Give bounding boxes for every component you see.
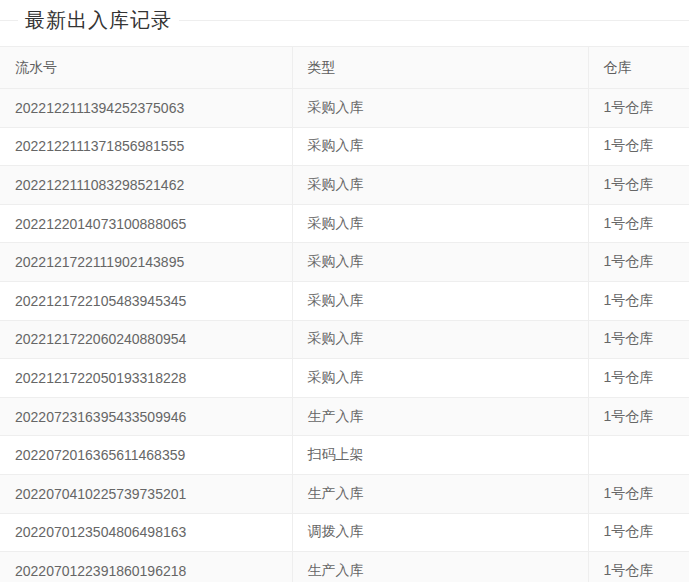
table-row: 2022070123504806498163调拨入库1号仓库 (0, 513, 689, 552)
cell-type: 采购入库 (292, 127, 588, 166)
table-row: 2022070410225739735201生产入库1号仓库 (0, 474, 689, 513)
cell-warehouse: 1号仓库 (588, 397, 689, 436)
cell-type: 采购入库 (292, 204, 588, 243)
cell-warehouse (588, 436, 689, 475)
table-row: 2022121722050193318228采购入库1号仓库 (0, 359, 689, 398)
panel-title-fieldset: 最新出入库记录 (0, 0, 689, 46)
cell-warehouse: 1号仓库 (588, 513, 689, 552)
cell-serial: 2022072316395433509946 (0, 397, 292, 436)
table-row: 2022122111371856981555采购入库1号仓库 (0, 127, 689, 166)
cell-serial: 2022070122391860196218 (0, 552, 292, 582)
cell-warehouse: 1号仓库 (588, 204, 689, 243)
cell-serial: 2022121722050193318228 (0, 359, 292, 398)
cell-type: 采购入库 (292, 243, 588, 282)
cell-serial: 2022070410225739735201 (0, 474, 292, 513)
cell-warehouse: 1号仓库 (588, 552, 689, 582)
cell-type: 生产入库 (292, 397, 588, 436)
cell-type: 采购入库 (292, 320, 588, 359)
table-row: 2022070122391860196218生产入库1号仓库 (0, 552, 689, 582)
cell-type: 生产入库 (292, 474, 588, 513)
cell-serial: 2022122111394252375063 (0, 89, 292, 128)
cell-serial: 2022121722060240880954 (0, 320, 292, 359)
cell-serial: 2022121722105483945345 (0, 281, 292, 320)
cell-warehouse: 1号仓库 (588, 474, 689, 513)
cell-warehouse: 1号仓库 (588, 166, 689, 205)
cell-type: 采购入库 (292, 281, 588, 320)
table-row: 2022072016365611468359扫码上架 (0, 436, 689, 475)
cell-serial: 2022070123504806498163 (0, 513, 292, 552)
column-header-warehouse: 仓库 (588, 47, 689, 89)
cell-warehouse: 1号仓库 (588, 320, 689, 359)
records-table: 流水号 类型 仓库 2022122111394252375063采购入库1号仓库… (0, 46, 689, 582)
cell-serial: 2022122111371856981555 (0, 127, 292, 166)
table-row: 2022121722060240880954采购入库1号仓库 (0, 320, 689, 359)
table-row: 2022122014073100888065采购入库1号仓库 (0, 204, 689, 243)
cell-type: 采购入库 (292, 359, 588, 398)
cell-warehouse: 1号仓库 (588, 89, 689, 128)
cell-serial: 2022122111083298521462 (0, 166, 292, 205)
cell-type: 调拨入库 (292, 513, 588, 552)
cell-serial: 2022121722111902143895 (0, 243, 292, 282)
cell-warehouse: 1号仓库 (588, 243, 689, 282)
table-row: 2022121722111902143895采购入库1号仓库 (0, 243, 689, 282)
page-title: 最新出入库记录 (18, 7, 179, 33)
cell-warehouse: 1号仓库 (588, 281, 689, 320)
cell-type: 扫码上架 (292, 436, 588, 475)
column-header-type: 类型 (292, 47, 588, 89)
table-row: 2022072316395433509946生产入库1号仓库 (0, 397, 689, 436)
cell-warehouse: 1号仓库 (588, 359, 689, 398)
cell-type: 采购入库 (292, 166, 588, 205)
column-header-serial: 流水号 (0, 47, 292, 89)
table-row: 2022122111394252375063采购入库1号仓库 (0, 89, 689, 128)
cell-serial: 2022122014073100888065 (0, 204, 292, 243)
cell-type: 生产入库 (292, 552, 588, 582)
table-row: 2022122111083298521462采购入库1号仓库 (0, 166, 689, 205)
cell-serial: 2022072016365611468359 (0, 436, 292, 475)
table-row: 2022121722105483945345采购入库1号仓库 (0, 281, 689, 320)
cell-type: 采购入库 (292, 89, 588, 128)
cell-warehouse: 1号仓库 (588, 127, 689, 166)
table-body: 2022122111394252375063采购入库1号仓库2022122111… (0, 89, 689, 582)
table-header-row: 流水号 类型 仓库 (0, 47, 689, 89)
